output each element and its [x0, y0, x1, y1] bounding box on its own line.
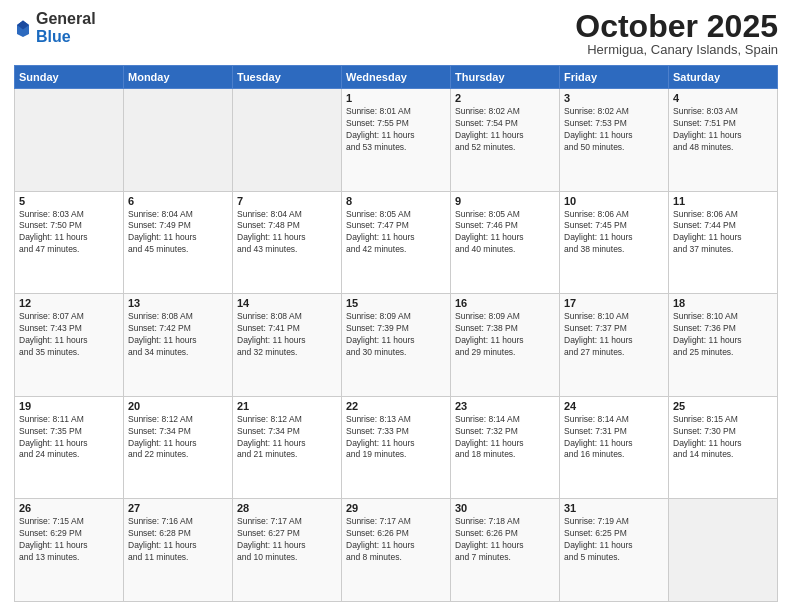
calendar-cell	[233, 89, 342, 192]
day-number: 15	[346, 297, 446, 309]
day-info: Sunrise: 8:14 AM Sunset: 7:32 PM Dayligh…	[455, 414, 555, 462]
col-header-saturday: Saturday	[669, 66, 778, 89]
calendar-cell: 15Sunrise: 8:09 AM Sunset: 7:39 PM Dayli…	[342, 294, 451, 397]
day-number: 5	[19, 195, 119, 207]
calendar-cell: 11Sunrise: 8:06 AM Sunset: 7:44 PM Dayli…	[669, 191, 778, 294]
day-number: 27	[128, 502, 228, 514]
week-row-3: 19Sunrise: 8:11 AM Sunset: 7:35 PM Dayli…	[15, 396, 778, 499]
day-info: Sunrise: 8:05 AM Sunset: 7:47 PM Dayligh…	[346, 209, 446, 257]
day-number: 24	[564, 400, 664, 412]
day-number: 16	[455, 297, 555, 309]
calendar-cell: 1Sunrise: 8:01 AM Sunset: 7:55 PM Daylig…	[342, 89, 451, 192]
week-row-2: 12Sunrise: 8:07 AM Sunset: 7:43 PM Dayli…	[15, 294, 778, 397]
day-info: Sunrise: 8:10 AM Sunset: 7:36 PM Dayligh…	[673, 311, 773, 359]
day-number: 23	[455, 400, 555, 412]
day-number: 21	[237, 400, 337, 412]
location: Hermigua, Canary Islands, Spain	[575, 42, 778, 57]
calendar-cell: 16Sunrise: 8:09 AM Sunset: 7:38 PM Dayli…	[451, 294, 560, 397]
day-info: Sunrise: 8:03 AM Sunset: 7:50 PM Dayligh…	[19, 209, 119, 257]
day-number: 4	[673, 92, 773, 104]
day-info: Sunrise: 8:12 AM Sunset: 7:34 PM Dayligh…	[237, 414, 337, 462]
day-info: Sunrise: 7:17 AM Sunset: 6:26 PM Dayligh…	[346, 516, 446, 564]
day-info: Sunrise: 8:14 AM Sunset: 7:31 PM Dayligh…	[564, 414, 664, 462]
day-info: Sunrise: 7:19 AM Sunset: 6:25 PM Dayligh…	[564, 516, 664, 564]
day-info: Sunrise: 8:04 AM Sunset: 7:49 PM Dayligh…	[128, 209, 228, 257]
day-number: 13	[128, 297, 228, 309]
day-number: 29	[346, 502, 446, 514]
day-info: Sunrise: 7:15 AM Sunset: 6:29 PM Dayligh…	[19, 516, 119, 564]
day-number: 19	[19, 400, 119, 412]
day-info: Sunrise: 8:03 AM Sunset: 7:51 PM Dayligh…	[673, 106, 773, 154]
calendar-header-row: SundayMondayTuesdayWednesdayThursdayFrid…	[15, 66, 778, 89]
header: General Blue October 2025 Hermigua, Cana…	[14, 10, 778, 57]
calendar-cell	[669, 499, 778, 602]
month-title: October 2025	[575, 10, 778, 42]
calendar-cell: 31Sunrise: 7:19 AM Sunset: 6:25 PM Dayli…	[560, 499, 669, 602]
col-header-wednesday: Wednesday	[342, 66, 451, 89]
day-info: Sunrise: 8:06 AM Sunset: 7:44 PM Dayligh…	[673, 209, 773, 257]
day-number: 25	[673, 400, 773, 412]
day-number: 12	[19, 297, 119, 309]
col-header-thursday: Thursday	[451, 66, 560, 89]
calendar-cell: 23Sunrise: 8:14 AM Sunset: 7:32 PM Dayli…	[451, 396, 560, 499]
day-number: 22	[346, 400, 446, 412]
day-info: Sunrise: 8:12 AM Sunset: 7:34 PM Dayligh…	[128, 414, 228, 462]
day-number: 6	[128, 195, 228, 207]
page: General Blue October 2025 Hermigua, Cana…	[0, 0, 792, 612]
day-number: 26	[19, 502, 119, 514]
day-number: 20	[128, 400, 228, 412]
calendar-cell: 26Sunrise: 7:15 AM Sunset: 6:29 PM Dayli…	[15, 499, 124, 602]
calendar-cell: 14Sunrise: 8:08 AM Sunset: 7:41 PM Dayli…	[233, 294, 342, 397]
calendar-cell: 22Sunrise: 8:13 AM Sunset: 7:33 PM Dayli…	[342, 396, 451, 499]
day-number: 14	[237, 297, 337, 309]
calendar-cell: 5Sunrise: 8:03 AM Sunset: 7:50 PM Daylig…	[15, 191, 124, 294]
day-number: 31	[564, 502, 664, 514]
day-info: Sunrise: 8:02 AM Sunset: 7:53 PM Dayligh…	[564, 106, 664, 154]
calendar-cell: 28Sunrise: 7:17 AM Sunset: 6:27 PM Dayli…	[233, 499, 342, 602]
calendar-cell: 25Sunrise: 8:15 AM Sunset: 7:30 PM Dayli…	[669, 396, 778, 499]
day-info: Sunrise: 7:18 AM Sunset: 6:26 PM Dayligh…	[455, 516, 555, 564]
logo: General Blue	[14, 10, 96, 45]
day-number: 30	[455, 502, 555, 514]
day-info: Sunrise: 8:01 AM Sunset: 7:55 PM Dayligh…	[346, 106, 446, 154]
calendar-cell	[15, 89, 124, 192]
logo-general: General	[36, 10, 96, 27]
calendar-cell: 24Sunrise: 8:14 AM Sunset: 7:31 PM Dayli…	[560, 396, 669, 499]
calendar-cell: 8Sunrise: 8:05 AM Sunset: 7:47 PM Daylig…	[342, 191, 451, 294]
calendar-cell: 29Sunrise: 7:17 AM Sunset: 6:26 PM Dayli…	[342, 499, 451, 602]
day-number: 10	[564, 195, 664, 207]
day-info: Sunrise: 8:06 AM Sunset: 7:45 PM Dayligh…	[564, 209, 664, 257]
day-info: Sunrise: 8:13 AM Sunset: 7:33 PM Dayligh…	[346, 414, 446, 462]
calendar-cell: 10Sunrise: 8:06 AM Sunset: 7:45 PM Dayli…	[560, 191, 669, 294]
day-info: Sunrise: 8:09 AM Sunset: 7:39 PM Dayligh…	[346, 311, 446, 359]
calendar-cell: 19Sunrise: 8:11 AM Sunset: 7:35 PM Dayli…	[15, 396, 124, 499]
day-number: 9	[455, 195, 555, 207]
calendar-table: SundayMondayTuesdayWednesdayThursdayFrid…	[14, 65, 778, 602]
day-info: Sunrise: 8:11 AM Sunset: 7:35 PM Dayligh…	[19, 414, 119, 462]
calendar-cell: 4Sunrise: 8:03 AM Sunset: 7:51 PM Daylig…	[669, 89, 778, 192]
day-info: Sunrise: 8:08 AM Sunset: 7:42 PM Dayligh…	[128, 311, 228, 359]
calendar-cell: 20Sunrise: 8:12 AM Sunset: 7:34 PM Dayli…	[124, 396, 233, 499]
calendar-cell: 30Sunrise: 7:18 AM Sunset: 6:26 PM Dayli…	[451, 499, 560, 602]
day-info: Sunrise: 8:10 AM Sunset: 7:37 PM Dayligh…	[564, 311, 664, 359]
calendar-cell: 3Sunrise: 8:02 AM Sunset: 7:53 PM Daylig…	[560, 89, 669, 192]
day-info: Sunrise: 8:09 AM Sunset: 7:38 PM Dayligh…	[455, 311, 555, 359]
day-info: Sunrise: 7:16 AM Sunset: 6:28 PM Dayligh…	[128, 516, 228, 564]
day-info: Sunrise: 8:15 AM Sunset: 7:30 PM Dayligh…	[673, 414, 773, 462]
logo-blue: Blue	[36, 28, 71, 45]
day-info: Sunrise: 8:02 AM Sunset: 7:54 PM Dayligh…	[455, 106, 555, 154]
week-row-1: 5Sunrise: 8:03 AM Sunset: 7:50 PM Daylig…	[15, 191, 778, 294]
day-number: 18	[673, 297, 773, 309]
week-row-0: 1Sunrise: 8:01 AM Sunset: 7:55 PM Daylig…	[15, 89, 778, 192]
col-header-sunday: Sunday	[15, 66, 124, 89]
day-number: 2	[455, 92, 555, 104]
calendar-cell: 9Sunrise: 8:05 AM Sunset: 7:46 PM Daylig…	[451, 191, 560, 294]
col-header-monday: Monday	[124, 66, 233, 89]
logo-icon	[14, 19, 32, 37]
day-info: Sunrise: 8:05 AM Sunset: 7:46 PM Dayligh…	[455, 209, 555, 257]
day-number: 1	[346, 92, 446, 104]
day-number: 7	[237, 195, 337, 207]
calendar-cell: 2Sunrise: 8:02 AM Sunset: 7:54 PM Daylig…	[451, 89, 560, 192]
day-number: 17	[564, 297, 664, 309]
col-header-friday: Friday	[560, 66, 669, 89]
